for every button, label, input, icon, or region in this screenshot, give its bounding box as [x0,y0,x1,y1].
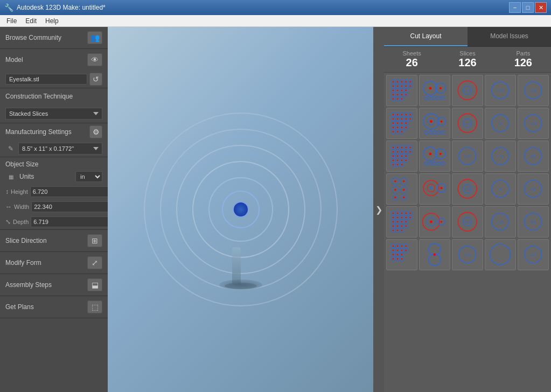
cut-cell-20[interactable] [386,206,417,237]
get-plans-row[interactable]: Get Plans ⬚ [0,296,108,318]
svg-point-175 [395,180,396,182]
rings-container [138,107,343,312]
stat-sheets: Sheets 26 [384,50,440,69]
svg-point-71 [397,118,398,120]
cut-cell-22[interactable]: •22 [452,206,483,237]
menu-help[interactable]: Help [41,16,63,26]
cut-cell-1[interactable] [419,75,450,106]
svg-point-130 [397,151,398,152]
cut-cell-13[interactable]: •-11 [485,141,516,172]
cut-cell-27[interactable]: •-51 [452,239,483,270]
cut-cell-18[interactable]: •3 [485,173,516,205]
svg-point-253 [393,246,394,247]
model-filename-input[interactable] [5,74,87,85]
units-chart-icon: ▦ [5,171,16,182]
cut-cell-14[interactable]: •62 [518,141,549,172]
titlebar-left: 🔧 Autodesk 123D Make: untitled* [4,3,106,12]
close-button[interactable]: ✕ [535,2,547,13]
svg-point-1 [393,81,394,82]
cut-cell-10[interactable] [386,141,417,172]
svg-point-185 [403,197,404,198]
modify-form-label: Modify Form [5,259,41,267]
cut-cell-17[interactable]: •70 [452,173,483,205]
modify-form-btn[interactable]: ⤢ [87,256,102,269]
construction-technique-select[interactable]: Stacked Slices Interlocked Slices Curve … [5,108,102,120]
get-plans-section: Get Plans ⬚ [0,296,108,318]
cut-cell-5[interactable] [386,108,417,139]
svg-point-77 [410,118,411,120]
menu-file[interactable]: File [2,16,21,26]
width-input[interactable] [31,201,108,212]
cut-cell-4[interactable]: •-18 [518,75,549,106]
parts-value: 126 [496,57,551,69]
svg-text:•-51: •-51 [464,253,471,257]
svg-point-225 [406,221,407,222]
chevron-left-icon: ❯ [375,205,382,215]
svg-point-3 [397,81,398,82]
assembly-steps-row[interactable]: Assembly Steps ⬓ [0,274,108,296]
assembly-steps-btn[interactable]: ⬓ [87,278,102,291]
modify-form-row[interactable]: Modify Form ⤢ [0,252,108,274]
svg-point-201 [397,213,398,214]
browse-community-row[interactable]: Browse Community 👥 [0,27,108,48]
manufacturing-select[interactable]: 8.5" x 11" x 0.1772" [18,143,102,155]
cut-cell-16[interactable] [419,173,450,205]
slice-direction-row[interactable]: Slice Direction ⊞ [0,230,108,251]
cut-cell-19[interactable]: •63 [518,173,549,205]
svg-point-99 [401,131,402,132]
svg-point-104 [441,121,443,123]
svg-point-229 [397,226,398,227]
width-icon: ↔ [5,201,12,212]
cut-cell-24[interactable]: •64 [518,206,549,237]
svg-text:•3: •3 [499,187,502,192]
svg-point-221 [397,221,398,222]
cut-cell-9[interactable]: •-19 [518,108,549,139]
svg-point-45 [440,87,442,89]
svg-point-223 [401,221,402,222]
cut-cell-23[interactable]: •-16 [485,206,516,237]
canvas-area[interactable] [108,27,373,392]
cut-cell-3[interactable]: •-52 [485,75,516,106]
cut-cell-25[interactable] [386,239,417,270]
svg-point-275 [393,258,394,260]
cut-cell-0[interactable] [386,75,417,106]
slice-direction-btn[interactable]: ⊞ [87,234,102,247]
cut-cell-15[interactable] [386,173,417,205]
cut-cell-12[interactable]: •-27 [452,141,483,172]
app-icon: 🔧 [4,3,13,12]
manufacturing-settings-row: Manufacturing Settings ⚙ [0,123,108,141]
svg-text:•-13: •-13 [464,89,471,93]
svg-point-219 [393,221,394,222]
refresh-btn[interactable]: ↺ [89,73,102,86]
get-plans-btn[interactable]: ⬚ [87,300,102,313]
depth-input[interactable] [31,216,108,227]
svg-text:•63: •63 [531,187,536,192]
browse-community-icon-btn[interactable]: 👥 [87,31,102,44]
manufacturing-gear-btn[interactable]: ⚙ [89,125,102,138]
svg-point-63 [401,114,402,115]
cut-cell-11[interactable] [419,141,450,172]
maximize-button[interactable]: □ [522,2,534,13]
svg-point-122 [401,147,402,148]
cut-cell-29[interactable]: •-17 [518,239,549,270]
svg-point-244 [441,221,442,222]
svg-text:•-14: •-14 [464,122,471,126]
svg-point-166 [437,162,441,165]
svg-point-179 [395,189,396,191]
cut-cell-28[interactable] [485,239,516,270]
menu-edit[interactable]: Edit [21,16,41,26]
tab-cut-layout[interactable]: Cut Layout [384,27,468,46]
cut-cell-8[interactable]: •3 [485,108,516,139]
height-input[interactable] [30,186,108,197]
model-eye-btn[interactable]: 👁 [87,53,102,66]
units-select[interactable]: in cm mm [75,171,102,182]
tab-model-issues[interactable]: Model Issues [468,27,551,46]
main: Browse Community 👥 Model 👁 ↺ [0,27,551,392]
cut-cell-26[interactable] [419,239,450,270]
panel-toggle-btn[interactable]: ❯ [373,27,384,392]
cut-cell-6[interactable] [419,108,450,139]
cut-cell-2[interactable]: •-13 [452,75,483,106]
minimize-button[interactable]: − [509,2,521,13]
cut-cell-7[interactable]: •-14 [452,108,483,139]
cut-cell-21[interactable] [419,206,450,237]
